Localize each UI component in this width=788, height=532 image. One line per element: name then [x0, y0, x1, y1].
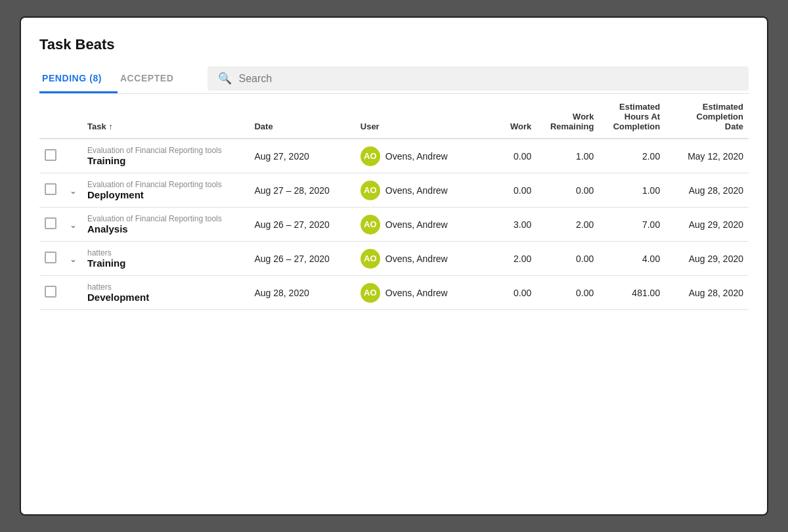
- td-workrem-4: 0.00: [536, 242, 599, 276]
- task-name-3: Analysis: [87, 223, 244, 234]
- search-input[interactable]: [238, 73, 738, 85]
- td-check-5: [39, 276, 64, 310]
- td-estdate-1: May 12, 2020: [665, 139, 749, 173]
- th-estdate: EstimatedCompletionDate: [665, 94, 749, 139]
- td-work-3: 3.00: [491, 208, 536, 242]
- avatar-3: AO: [361, 215, 380, 234]
- td-estdate-5: Aug 28, 2020: [665, 276, 749, 310]
- td-workrem-2: 0.00: [536, 173, 599, 208]
- row-checkbox-2[interactable]: [45, 183, 56, 195]
- td-estdate-2: Aug 28, 2020: [665, 173, 749, 208]
- th-workrem: WorkRemaining: [536, 94, 599, 139]
- td-esthr-3: 7.00: [599, 208, 665, 242]
- td-date-2: Aug 27 – 28, 2020: [249, 173, 355, 208]
- task-name-5: Development: [87, 292, 244, 303]
- td-expand-2: ⌄: [64, 173, 82, 208]
- td-date-3: Aug 26 – 27, 2020: [249, 208, 355, 242]
- row-checkbox-5[interactable]: [45, 286, 56, 298]
- tab-accepted[interactable]: ACCEPTED: [118, 66, 190, 93]
- td-check-3: [39, 208, 64, 242]
- username-5: Ovens, Andrew: [385, 288, 448, 298]
- row-checkbox-3[interactable]: [45, 217, 56, 229]
- td-user-1: AO Ovens, Andrew: [355, 139, 491, 173]
- top-bar: PENDING (8) ACCEPTED 🔍: [39, 66, 749, 94]
- tabs: PENDING (8) ACCEPTED: [39, 66, 189, 93]
- td-esthr-4: 4.00: [599, 242, 665, 276]
- table-row: ⌄ hatters Training Aug 26 – 27, 2020 AO …: [39, 242, 749, 276]
- td-workrem-5: 0.00: [536, 276, 599, 310]
- td-work-4: 2.00: [491, 242, 536, 276]
- row-checkbox-1[interactable]: [45, 149, 56, 161]
- expand-chevron-2[interactable]: ⌄: [70, 186, 77, 196]
- avatar-2: AO: [361, 181, 380, 200]
- td-expand-3: ⌄: [64, 208, 82, 242]
- td-work-5: 0.00: [491, 276, 536, 310]
- td-task-2: Evaluation of Financial Reporting tools …: [82, 173, 249, 208]
- td-workrem-3: 2.00: [536, 208, 599, 242]
- td-esthr-1: 2.00: [599, 139, 665, 173]
- td-estdate-3: Aug 29, 2020: [665, 208, 749, 242]
- td-work-2: 0.00: [491, 173, 536, 208]
- td-user-3: AO Ovens, Andrew: [355, 208, 491, 242]
- th-date: Date: [249, 94, 355, 139]
- td-expand-1: [64, 139, 82, 173]
- task-name-4: Training: [87, 257, 244, 269]
- th-task[interactable]: Task ↑: [82, 94, 249, 139]
- td-check-2: [39, 173, 64, 208]
- task-name-1: Training: [87, 155, 244, 166]
- table-row: Evaluation of Financial Reporting tools …: [39, 139, 749, 173]
- td-esthr-2: 1.00: [599, 173, 665, 208]
- app-title: Task Beats: [39, 36, 749, 53]
- td-date-5: Aug 28, 2020: [249, 276, 355, 310]
- td-user-5: AO Ovens, Andrew: [355, 276, 491, 310]
- app-window: Task Beats PENDING (8) ACCEPTED 🔍 Task ↑…: [20, 16, 768, 516]
- td-check-4: [39, 242, 64, 276]
- avatar-4: AO: [361, 249, 380, 269]
- username-4: Ovens, Andrew: [385, 254, 448, 264]
- avatar-5: AO: [361, 283, 380, 303]
- expand-chevron-4[interactable]: ⌄: [70, 254, 77, 264]
- td-date-1: Aug 27, 2020: [249, 139, 355, 173]
- task-parent-2: Evaluation of Financial Reporting tools: [87, 180, 244, 189]
- th-esthours: EstimatedHours AtCompletion: [599, 94, 665, 139]
- expand-chevron-3[interactable]: ⌄: [70, 220, 77, 230]
- table-header-row: Task ↑ Date User Work WorkRemaining: [39, 94, 749, 139]
- task-table-wrap: Task ↑ Date User Work WorkRemaining: [39, 94, 749, 310]
- td-estdate-4: Aug 29, 2020: [665, 242, 749, 276]
- td-task-4: hatters Training: [82, 242, 249, 276]
- td-date-4: Aug 26 – 27, 2020: [249, 242, 355, 276]
- td-task-1: Evaluation of Financial Reporting tools …: [82, 139, 249, 173]
- table-row: ⌄ Evaluation of Financial Reporting tool…: [39, 208, 749, 242]
- th-expand: [64, 94, 82, 139]
- th-user: User: [355, 94, 491, 139]
- table-row: hatters Development Aug 28, 2020 AO Oven…: [39, 276, 749, 310]
- username-1: Ovens, Andrew: [385, 151, 448, 162]
- username-3: Ovens, Andrew: [385, 219, 448, 230]
- username-2: Ovens, Andrew: [385, 185, 448, 196]
- td-task-5: hatters Development: [82, 276, 249, 310]
- td-check-1: [39, 139, 64, 173]
- td-esthr-5: 481.00: [599, 276, 665, 310]
- search-icon: 🔍: [218, 72, 232, 85]
- th-work: Work: [491, 94, 536, 139]
- table-row: ⌄ Evaluation of Financial Reporting tool…: [39, 173, 749, 208]
- td-expand-5: [64, 276, 82, 310]
- th-check: [39, 94, 64, 139]
- task-parent-5: hatters: [87, 282, 244, 292]
- td-user-2: AO Ovens, Andrew: [355, 173, 491, 208]
- task-name-2: Deployment: [87, 189, 244, 200]
- td-expand-4: ⌄: [64, 242, 82, 276]
- tab-pending[interactable]: PENDING (8): [39, 66, 118, 93]
- td-work-1: 0.00: [491, 139, 536, 173]
- search-bar: 🔍: [208, 66, 749, 91]
- td-user-4: AO Ovens, Andrew: [355, 242, 491, 276]
- row-checkbox-4[interactable]: [45, 252, 56, 263]
- task-parent-1: Evaluation of Financial Reporting tools: [87, 146, 244, 155]
- task-parent-3: Evaluation of Financial Reporting tools: [87, 214, 244, 223]
- task-table: Task ↑ Date User Work WorkRemaining: [39, 94, 749, 310]
- td-workrem-1: 1.00: [536, 139, 599, 173]
- td-task-3: Evaluation of Financial Reporting tools …: [82, 208, 249, 242]
- avatar-1: AO: [361, 146, 380, 166]
- task-parent-4: hatters: [87, 248, 244, 257]
